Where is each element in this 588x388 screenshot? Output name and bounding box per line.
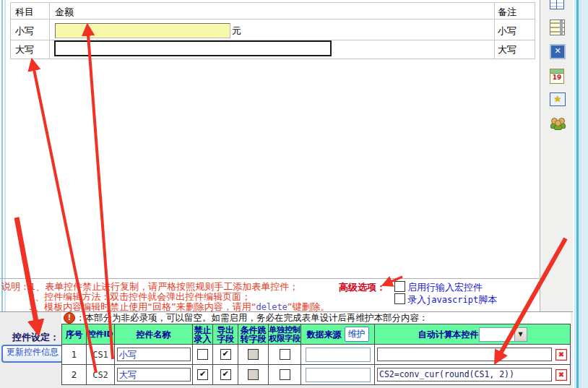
header-data-source: 数据来源 维护 <box>301 324 374 344</box>
row-control-id: CS1 <box>92 350 108 360</box>
data-source-select[interactable] <box>306 368 371 382</box>
control-setting-label: 控件设定： <box>12 331 59 344</box>
chevron-down-icon: ▼ <box>514 328 527 341</box>
delete-icon[interactable]: ✖ <box>555 349 567 361</box>
header-perm-field: 单独控制权限字段 <box>268 324 301 344</box>
control-name-input[interactable]: 大写 <box>117 368 191 381</box>
auto-calc-select[interactable]: ▼ <box>479 327 527 342</box>
remark-uppercase: 大写 <box>498 43 516 56</box>
row-control-id: CS2 <box>92 370 108 380</box>
controls-grid: 序号 控件ID 控件名称 禁止录入 导出字段 条件跳转字段 单独控制权限字段 数… <box>61 324 571 385</box>
maintain-button[interactable]: 维护 <box>345 327 369 342</box>
perm-field-checkbox[interactable] <box>280 349 290 360</box>
auto-calc-formula-input[interactable] <box>377 348 552 361</box>
section-divider <box>0 278 539 279</box>
control-name-input[interactable]: 小写 <box>117 348 191 361</box>
header-export-field: 导出字段 <box>212 324 238 344</box>
javascript-entry-label: 录入javascript脚本 <box>407 293 497 306</box>
side-toolbar: ✕ 19 ★ <box>540 0 574 317</box>
cond-jump-checkbox-disabled <box>248 369 259 380</box>
column-header-remark: 备注 <box>498 6 516 19</box>
amount-uppercase-input[interactable] <box>54 40 332 56</box>
right-window-border <box>573 0 588 388</box>
row-seq: 2 <box>72 370 77 380</box>
export-field-checkbox[interactable]: ✔ <box>220 349 231 360</box>
row-seq: 1 <box>72 350 77 360</box>
header-seq: 序号 <box>62 324 86 344</box>
control-row-cs1: 1 CS1 小写 ✔ ✖ <box>62 344 570 364</box>
amount-lowercase-input[interactable] <box>55 23 230 38</box>
javascript-entry-checkbox[interactable] <box>394 293 405 304</box>
hint-row: ! ：本部分为非必录项，可以留空。如需启用，务必在完成表单设计后再维护本部分内容… <box>61 312 571 324</box>
header-control-id: 控件ID <box>86 324 114 344</box>
no-input-checkbox[interactable] <box>197 349 208 360</box>
calendar-icon[interactable]: 19 <box>550 69 564 84</box>
macro-row-input-checkbox[interactable] <box>394 281 405 292</box>
form-designer-page: 科目 金额 备注 小写 元 小写 大写 大写 ✕ 19 ★ 说明：1、表单控件禁… <box>0 0 588 388</box>
users-icon[interactable] <box>550 116 565 130</box>
advanced-options-label: 高级选项： <box>339 281 386 294</box>
row-label-uppercase: 大写 <box>15 43 34 56</box>
row-label-lowercase: 小写 <box>15 25 34 38</box>
column-header-amount: 金额 <box>55 6 74 19</box>
warning-icon: ! <box>64 312 75 324</box>
auto-calc-formula-input[interactable]: CS2=conv_cur(round(CS1, 2)) <box>377 368 552 381</box>
delete-icon[interactable]: ✖ <box>555 369 567 381</box>
unit-label-yuan: 元 <box>232 25 241 38</box>
control-row-cs2: 2 CS2 大写 ✔ ✔ CS2=conv_cur(round(CS1, 2))… <box>62 364 570 384</box>
data-source-select[interactable] <box>306 348 371 362</box>
update-controls-button[interactable]: 更新控件信息 <box>1 345 64 363</box>
document-icon[interactable] <box>550 20 565 35</box>
header-auto-calc: 自动计算本控件 ▼ <box>374 324 570 344</box>
macro-row-input-label: 启用行输入宏控件 <box>407 281 483 294</box>
column-header-subject: 科目 <box>15 6 34 19</box>
notes-prefix: 说明： <box>1 281 30 292</box>
excel-export-icon[interactable]: ✕ <box>550 44 566 59</box>
header-control-name: 控件名称 <box>114 324 192 344</box>
controls-grid-header: 序号 控件ID 控件名称 禁止录入 导出字段 条件跳转字段 单独控制权限字段 数… <box>62 324 570 344</box>
no-input-checkbox[interactable]: ✔ <box>197 369 208 380</box>
form-preview-table: 科目 金额 备注 小写 元 小写 大写 大写 <box>10 2 535 59</box>
cond-jump-checkbox-disabled <box>248 349 259 360</box>
macro-star-icon[interactable]: ★ <box>550 92 566 106</box>
remark-lowercase: 小写 <box>498 25 516 38</box>
header-cond-jump-field: 条件跳转字段 <box>238 324 268 344</box>
export-field-checkbox[interactable]: ✔ <box>220 369 231 380</box>
table-icon[interactable] <box>550 0 564 9</box>
header-no-input: 禁止录入 <box>192 324 212 344</box>
perm-field-checkbox[interactable] <box>280 369 290 380</box>
delete-key-code: delete <box>256 302 287 312</box>
hint-text: ：本部分为非必录项，可以留空。如需启用，务必在完成表单设计后再维护本部分内容： <box>76 312 428 324</box>
